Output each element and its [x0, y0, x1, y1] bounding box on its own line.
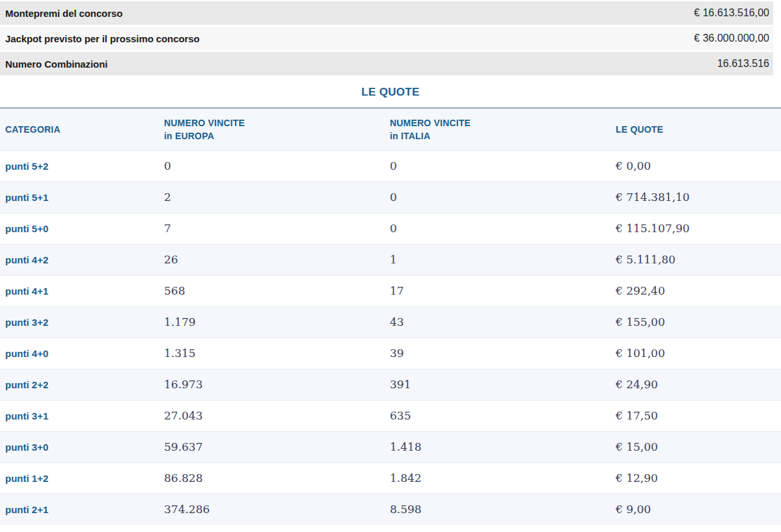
cell-vincite-europa: 568: [164, 275, 390, 306]
cell-quota: € 155,00: [616, 306, 781, 338]
table-row: punti 4+156817€ 292,40: [0, 275, 781, 306]
cell-vincite-italia: 1.418: [390, 431, 616, 462]
cell-vincite-europa: 374.286: [164, 494, 390, 525]
table-row: punti 3+21.17943€ 155,00: [0, 306, 781, 338]
table-row: punti 2+216.973391€ 24,90: [0, 369, 781, 400]
table-header-row: CATEGORIA NUMERO VINCITE in EUROPA NUMER…: [0, 109, 781, 150]
cell-quota: € 714.381,10: [616, 181, 781, 213]
cell-categoria: punti 3+1: [0, 400, 164, 431]
cell-vincite-europa: 86.828: [164, 462, 390, 494]
section-title: LE QUOTE: [0, 77, 781, 107]
cell-quota: € 24,90: [616, 369, 781, 400]
summary-value: 16.613.516: [717, 58, 769, 70]
column-header-label: CATEGORIA: [5, 123, 164, 136]
table-row: punti 3+059.6371.418€ 15,00: [0, 431, 781, 462]
cell-vincite-italia: 39: [390, 338, 616, 369]
summary-row: Montepremi del concorso€ 16.613.516,00: [0, 1, 773, 25]
table-row: punti 4+2261€ 5.111,80: [0, 244, 781, 275]
summary-row: Jackpot previsto per il prossimo concors…: [0, 27, 773, 50]
cell-vincite-europa: 16.973: [164, 369, 390, 400]
summary-label: Numero Combinazioni: [5, 59, 107, 70]
summary-label: Montepremi del concorso: [5, 8, 122, 19]
cell-quota: € 17,50: [616, 400, 781, 431]
cell-categoria: punti 4+0: [0, 338, 164, 369]
table-row: punti 3+127.043635€ 17,50: [0, 400, 781, 431]
column-header-vincite-europa: NUMERO VINCITE in EUROPA: [164, 109, 390, 150]
quote-table: CATEGORIA NUMERO VINCITE in EUROPA NUMER…: [0, 109, 781, 525]
table-row: punti 5+070€ 115.107,90: [0, 213, 781, 244]
table-row: punti 5+120€ 714.381,10: [0, 181, 781, 213]
cell-categoria: punti 4+1: [0, 275, 164, 306]
cell-categoria: punti 3+2: [0, 306, 164, 338]
table-row: punti 5+200€ 0,00: [0, 150, 781, 181]
cell-categoria: punti 2+1: [0, 494, 164, 525]
cell-quota: € 0,00: [616, 150, 781, 181]
cell-vincite-italia: 1: [390, 244, 616, 275]
summary-table: Montepremi del concorso€ 16.613.516,00Ja…: [0, 1, 773, 75]
column-header-label: LE QUOTE: [616, 123, 781, 136]
summary-label: Jackpot previsto per il prossimo concors…: [5, 33, 200, 44]
column-header-sublabel: in EUROPA: [164, 129, 390, 142]
cell-vincite-europa: 27.043: [164, 400, 390, 431]
cell-vincite-europa: 1.315: [164, 338, 390, 369]
cell-vincite-europa: 1.179: [164, 306, 390, 338]
cell-vincite-italia: 391: [390, 369, 616, 400]
summary-value: € 36.000.000,00: [694, 33, 769, 44]
cell-categoria: punti 5+2: [0, 150, 164, 181]
column-header-quote: LE QUOTE: [616, 109, 781, 150]
cell-vincite-europa: 26: [164, 244, 390, 275]
column-header-sublabel: in ITALIA: [390, 129, 616, 142]
column-header-label: NUMERO VINCITE: [390, 116, 616, 129]
cell-vincite-italia: 0: [390, 150, 616, 181]
cell-categoria: punti 1+2: [0, 462, 164, 494]
cell-vincite-italia: 635: [390, 400, 616, 431]
cell-vincite-italia: 8.598: [390, 494, 616, 525]
cell-vincite-italia: 17: [390, 275, 616, 306]
column-header-categoria: CATEGORIA: [0, 109, 164, 150]
cell-quota: € 115.107,90: [616, 213, 781, 244]
cell-categoria: punti 2+2: [0, 369, 164, 400]
cell-vincite-italia: 0: [390, 213, 616, 244]
cell-quota: € 101,00: [616, 338, 781, 369]
cell-vincite-europa: 0: [164, 150, 390, 181]
cell-quota: € 15,00: [616, 431, 781, 462]
cell-categoria: punti 3+0: [0, 431, 164, 462]
table-row: punti 1+286.8281.842€ 12,90: [0, 462, 781, 494]
cell-vincite-italia: 0: [390, 181, 616, 213]
summary-value: € 16.613.516,00: [694, 7, 769, 19]
cell-vincite-italia: 1.842: [390, 462, 616, 494]
table-row: punti 4+01.31539€ 101,00: [0, 338, 781, 369]
cell-quota: € 12,90: [616, 462, 781, 494]
cell-vincite-europa: 7: [164, 213, 390, 244]
cell-quota: € 5.111,80: [616, 244, 781, 275]
cell-vincite-italia: 43: [390, 306, 616, 338]
table-row: punti 2+1374.2868.598€ 9,00: [0, 494, 781, 525]
summary-row: Numero Combinazioni16.613.516: [0, 52, 773, 75]
column-header-label: NUMERO VINCITE: [164, 116, 390, 129]
cell-categoria: punti 4+2: [0, 244, 164, 275]
cell-categoria: punti 5+0: [0, 213, 164, 244]
cell-categoria: punti 5+1: [0, 181, 164, 213]
cell-vincite-europa: 59.637: [164, 431, 390, 462]
cell-quota: € 9,00: [616, 494, 781, 525]
cell-quota: € 292,40: [616, 275, 781, 306]
cell-vincite-europa: 2: [164, 181, 390, 213]
column-header-vincite-italia: NUMERO VINCITE in ITALIA: [390, 109, 616, 150]
